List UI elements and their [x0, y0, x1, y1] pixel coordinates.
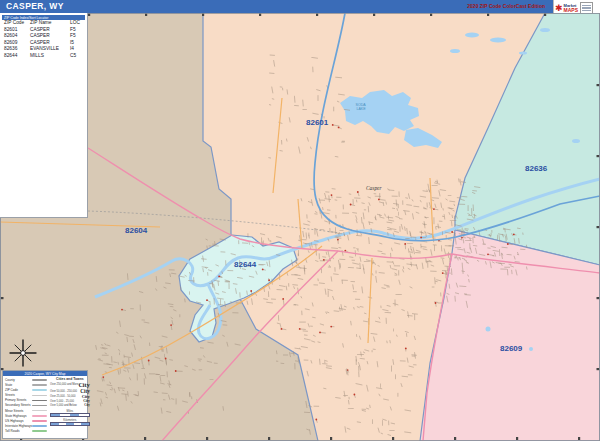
pond — [540, 28, 550, 32]
pond — [572, 139, 580, 143]
pond — [519, 52, 527, 55]
legend-line-items: CountyStateZIP CodeStreetsPrimary Street… — [3, 376, 49, 435]
zip-table-row: 82601CASPERF5 — [2, 27, 85, 34]
zip-table-row: 82604CASPERF5 — [2, 33, 85, 40]
zip-table-col: LOC — [70, 20, 87, 27]
pond — [529, 347, 533, 351]
zip-table-row: 82609CASPERI5 — [2, 40, 85, 47]
page-title: CASPER, WY — [6, 1, 64, 11]
logo-brand-suffix: MAPS — [564, 8, 578, 12]
zip-table-col: ZIP Code — [4, 20, 30, 27]
scale-bar-miles: Miles — [50, 409, 90, 417]
zip-label-82636: 82636 — [525, 164, 548, 173]
zip-index-table: ZIP Code Index/Sort Locator ZIP CodeZIP … — [2, 15, 85, 60]
legend-item: Toll Roads — [5, 429, 47, 434]
index-panel: ZIP Code Index/Sort Locator ZIP CodeZIP … — [0, 13, 88, 218]
header-bar: CASPER, WY 2020 ZIP Code ColorCast Editi… — [0, 0, 553, 13]
pond — [486, 327, 491, 332]
zip-label-82644: 82644 — [234, 260, 257, 269]
zip-table-col: ZIP Name — [30, 20, 70, 27]
pond — [465, 33, 479, 38]
city-class-row: Over 250,000 and MoreCity — [50, 381, 90, 388]
city-class-row: Over 5,000 and BelowCity — [50, 403, 90, 407]
zip-table-columns: ZIP CodeZIP NameLOC — [2, 20, 85, 27]
map-legend: 2020 Casper, WY City Map CountyStateZIP … — [2, 370, 88, 439]
logo-star-icon: ✱ — [555, 4, 563, 13]
compass-rose-icon — [8, 338, 38, 368]
zip-table-row: 82636EVANSVILLEI4 — [2, 46, 85, 53]
zip-table-row: 82644MILLSC5 — [2, 53, 85, 60]
legend-city-classes: Over 250,000 and MoreCityOver 50,000 - 2… — [50, 381, 90, 407]
zip-label-82609: 82609 — [500, 344, 523, 353]
zip-label-82604: 82604 — [125, 226, 148, 235]
map-page: CASPER, WY 2020 ZIP Code ColorCast Editi… — [0, 0, 600, 441]
pond — [490, 38, 506, 43]
scale-bar-kilometers: Kilometers — [50, 418, 90, 426]
city-label-casper: Casper — [366, 185, 382, 191]
edition-label: 2020 ZIP Code ColorCast Edition — [467, 3, 545, 9]
zip-label-82601: 82601 — [306, 118, 329, 127]
pond — [450, 49, 460, 53]
lake-label: SODA LAKE — [356, 103, 367, 111]
